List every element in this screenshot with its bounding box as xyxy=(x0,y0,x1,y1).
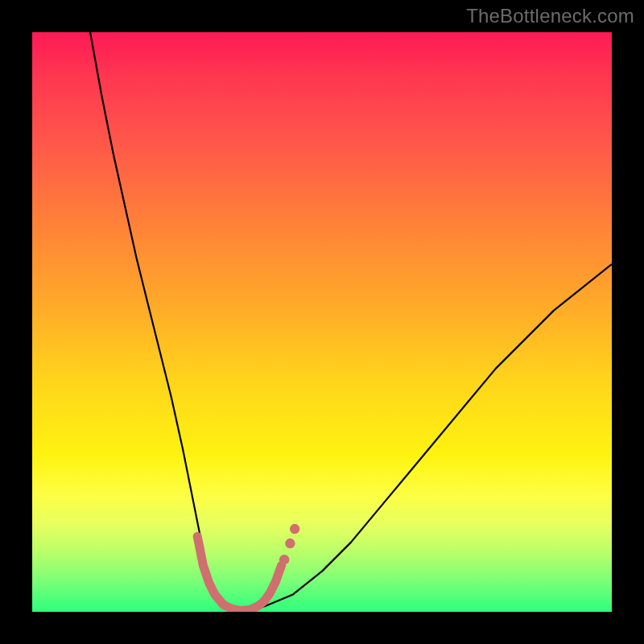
highlight-segment xyxy=(197,536,281,610)
chart-frame: TheBottleneck.com xyxy=(0,0,644,644)
bottleneck-curve xyxy=(90,32,612,611)
highlight-dot-3 xyxy=(290,524,299,534)
chart-svg xyxy=(32,32,612,612)
plot-area xyxy=(32,32,612,612)
highlight-dot-2 xyxy=(285,539,295,548)
highlight-dot-1 xyxy=(279,555,289,564)
series-layer xyxy=(90,32,612,611)
marker-layer xyxy=(279,524,299,565)
watermark-text: TheBottleneck.com xyxy=(466,5,634,27)
